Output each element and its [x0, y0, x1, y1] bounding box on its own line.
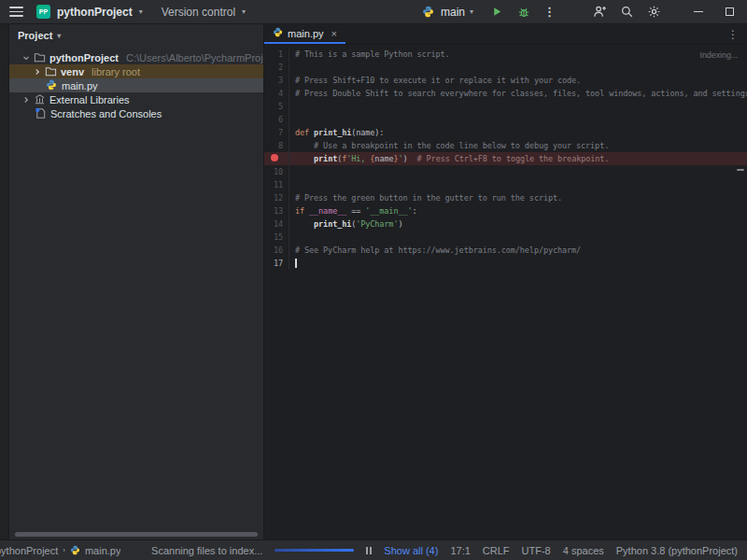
- python-icon: [421, 5, 436, 20]
- code-line[interactable]: 14 print_hi('PyCharm'): [264, 217, 747, 231]
- chevron-down-icon: ▾: [57, 32, 61, 40]
- code-line[interactable]: 16# See PyCharm help at https://www.jetb…: [264, 244, 747, 257]
- main-menu-icon[interactable]: [9, 7, 23, 17]
- line-number-gutter[interactable]: 17: [264, 259, 289, 268]
- line-number-gutter[interactable]: 1: [264, 49, 289, 59]
- maximize-button[interactable]: [726, 7, 734, 16]
- user-add-button[interactable]: [592, 5, 607, 20]
- tree-item-venv[interactable]: venv library root: [9, 64, 263, 78]
- code-line[interactable]: print(f'Hi, {name}') # Press Ctrl+F8 to …: [264, 152, 747, 165]
- code-line-text[interactable]: # Press Shift+F10 to execute it or repla…: [289, 74, 747, 87]
- code-line[interactable]: 4# Press Double Shift to search everywhe…: [264, 87, 747, 100]
- run-button[interactable]: [489, 5, 504, 20]
- line-number-gutter[interactable]: 4: [264, 89, 289, 98]
- code-line-text[interactable]: # Use a breakpoint in the code line belo…: [289, 139, 747, 152]
- code-line[interactable]: 2: [264, 61, 747, 74]
- tree-item-main-py[interactable]: main.py: [9, 78, 263, 92]
- line-number-gutter[interactable]: 6: [264, 115, 289, 124]
- line-number-gutter[interactable]: 7: [264, 128, 289, 137]
- code-line[interactable]: 15: [264, 231, 747, 244]
- breakpoint-gutter[interactable]: [264, 154, 289, 163]
- chevron-collapsed-icon[interactable]: [33, 68, 41, 76]
- line-number-gutter[interactable]: 10: [264, 167, 289, 176]
- caret-position-widget[interactable]: 17:1: [450, 545, 470, 556]
- code-line[interactable]: 3# Press Shift+F10 to execute it or repl…: [264, 74, 747, 87]
- line-number-gutter[interactable]: 11: [264, 180, 289, 189]
- line-number-gutter[interactable]: 15: [264, 232, 289, 242]
- encoding-widget[interactable]: UTF-8: [522, 545, 551, 556]
- code-line[interactable]: 7def print_hi(name):: [264, 126, 747, 139]
- settings-gear-icon[interactable]: [646, 5, 661, 20]
- code-line-text[interactable]: [289, 165, 747, 178]
- line-number-gutter[interactable]: 12: [264, 193, 289, 203]
- tree-item-scratches[interactable]: Scratches and Consoles: [9, 106, 263, 120]
- code-line-text[interactable]: [289, 257, 747, 270]
- project-widget[interactable]: pythonProject ▾: [57, 6, 143, 19]
- code-line[interactable]: 12# Press the green button in the gutter…: [264, 191, 747, 204]
- code-line[interactable]: 8 # Use a breakpoint in the code line be…: [264, 139, 747, 152]
- debug-button[interactable]: [516, 5, 531, 20]
- code-line[interactable]: 5: [264, 100, 747, 113]
- text-caret: [295, 259, 297, 268]
- line-number-gutter[interactable]: 3: [264, 76, 289, 85]
- breadcrumb-project[interactable]: pythonProject: [0, 545, 58, 556]
- code-line-text[interactable]: # This is a sample Python script.: [289, 48, 747, 61]
- chevron-expanded-icon[interactable]: [21, 54, 30, 62]
- tab-options-icon[interactable]: ⋮: [727, 28, 739, 41]
- code-line[interactable]: 1# This is a sample Python script.: [264, 48, 747, 61]
- line-separator-widget[interactable]: CRLF: [483, 545, 510, 556]
- indent-widget[interactable]: 4 spaces: [563, 545, 604, 556]
- code-line-text[interactable]: print_hi('PyCharm'): [289, 217, 747, 231]
- python-file-icon: [70, 545, 80, 556]
- breakpoint-icon[interactable]: [271, 154, 278, 161]
- code-line-text[interactable]: # Press Double Shift to search everywher…: [289, 87, 747, 100]
- project-panel-header[interactable]: Project ▾: [9, 24, 263, 47]
- code-line-text[interactable]: [289, 100, 747, 113]
- code-lines: 1# This is a sample Python script.23# Pr…: [264, 48, 747, 270]
- line-number-gutter[interactable]: 14: [264, 219, 289, 229]
- code-editor[interactable]: Indexing... 1# This is a sample Python s…: [264, 45, 747, 539]
- folder-icon: [45, 65, 57, 77]
- interpreter-widget[interactable]: Python 3.8 (pythonProject): [616, 545, 738, 556]
- pycharm-project-logo: PP: [36, 5, 50, 19]
- library-icon: [34, 93, 46, 105]
- line-number-gutter[interactable]: 5: [264, 102, 289, 111]
- indexing-status: Indexing...: [700, 50, 738, 60]
- code-line[interactable]: 10: [264, 165, 747, 178]
- code-line-text[interactable]: [289, 113, 747, 126]
- run-configuration-selector[interactable]: main ▾: [421, 5, 473, 20]
- code-line-text[interactable]: [289, 231, 747, 244]
- breadcrumb-file[interactable]: main.py: [85, 545, 121, 556]
- line-number-gutter[interactable]: 16: [264, 245, 289, 255]
- search-icon[interactable]: [619, 5, 634, 20]
- tab-main-py[interactable]: main.py ×: [264, 24, 345, 44]
- minimize-button[interactable]: [694, 11, 703, 13]
- code-line-text[interactable]: if __name__ == '__main__':: [289, 204, 747, 217]
- code-line-text[interactable]: [289, 61, 747, 74]
- code-line[interactable]: 11: [264, 178, 747, 191]
- tab-close-icon[interactable]: ×: [331, 28, 337, 39]
- code-line-text[interactable]: def print_hi(name):: [289, 126, 747, 139]
- python-file-icon: [46, 79, 58, 91]
- code-line[interactable]: 17: [264, 257, 747, 270]
- code-line[interactable]: 6: [264, 113, 747, 126]
- show-all-link[interactable]: Show all (4): [384, 545, 438, 556]
- code-line-text[interactable]: [289, 178, 747, 191]
- project-horizontal-scrollbar[interactable]: [15, 532, 258, 537]
- code-line[interactable]: 13if __name__ == '__main__':: [264, 204, 747, 217]
- chevron-collapsed-icon[interactable]: [21, 96, 30, 104]
- more-actions-icon[interactable]: ⋮: [543, 5, 556, 19]
- pause-indexing-icon[interactable]: [366, 547, 372, 554]
- vcs-widget-label: Version control: [162, 6, 235, 19]
- line-number-gutter[interactable]: 13: [264, 206, 289, 216]
- editor-area: main.py × ⋮ Indexing... 1# This is a sam…: [264, 24, 747, 539]
- code-line-text[interactable]: # See PyCharm help at https://www.jetbra…: [289, 244, 747, 257]
- code-line-text[interactable]: # Press the green button in the gutter t…: [289, 191, 747, 204]
- code-line-text[interactable]: print(f'Hi, {name}') # Press Ctrl+F8 to …: [289, 152, 747, 165]
- tree-item-python-project[interactable]: pythonProject C:\Users\Alberto\PycharmPr…: [9, 50, 263, 64]
- vcs-widget[interactable]: Version control ▾: [143, 6, 246, 19]
- line-number-gutter[interactable]: 8: [264, 141, 289, 150]
- pycharm-window: PP pythonProject ▾ Version control ▾ mai…: [0, 0, 747, 560]
- tree-item-external-libraries[interactable]: External Libraries: [9, 92, 263, 106]
- line-number-gutter[interactable]: 2: [264, 63, 289, 72]
